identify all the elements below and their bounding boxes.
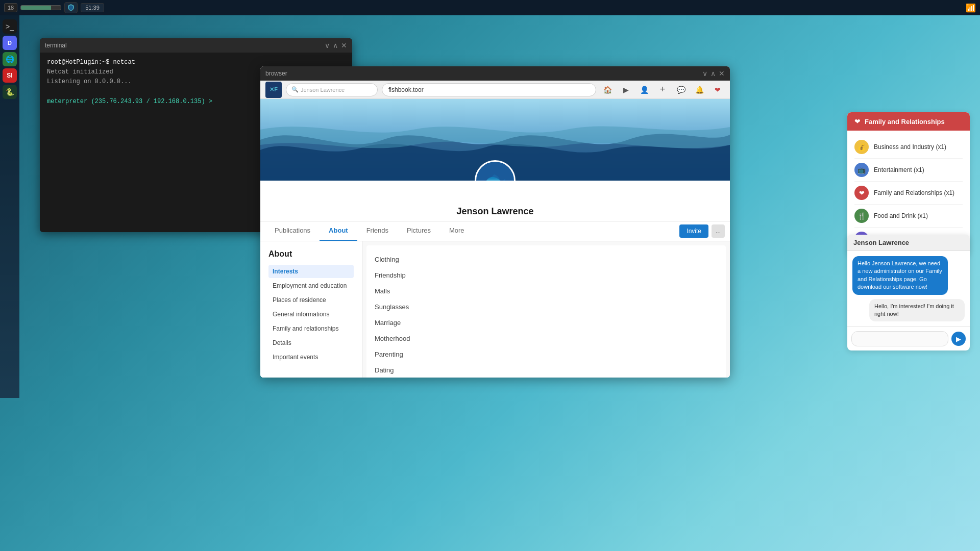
- nav-plus-icon[interactable]: +: [655, 83, 670, 97]
- taskbar-left: 18 51:39: [4, 2, 104, 13]
- terminal-title: terminal: [45, 42, 67, 49]
- right-panel: ❤ Family and Relationships 💰 Business an…: [847, 112, 970, 255]
- nav-chat-icon[interactable]: 💬: [674, 83, 688, 97]
- about-menu-events[interactable]: Important events: [268, 350, 354, 364]
- profile-name: Jenson Lawrence: [260, 206, 730, 217]
- about-menu-employment[interactable]: Employment and education: [268, 279, 354, 292]
- interest-dating[interactable]: Dating: [375, 364, 718, 376]
- chat-message-outgoing: Hello, I'm interested! I'm doing it righ…: [869, 299, 965, 322]
- panel-family-label: Family and Relationships (x1): [874, 189, 954, 196]
- profile-tab-actions: Invite ...: [679, 221, 725, 241]
- more-button[interactable]: ...: [712, 224, 725, 238]
- terminal-titlebar: terminal ∨ ∧ ✕: [40, 38, 352, 53]
- terminal-controls: ∨ ∧ ✕: [325, 42, 347, 49]
- interest-parenting[interactable]: Parenting: [375, 348, 718, 360]
- about-sidebar: About Interests Employment and education…: [260, 241, 362, 378]
- browser-url-bar[interactable]: fishbook.toor: [382, 83, 596, 96]
- right-panel-header: ❤ Family and Relationships: [847, 112, 970, 131]
- search-placeholder: Jenson Lawrence: [301, 87, 345, 93]
- nav-play-icon[interactable]: ▶: [619, 83, 633, 97]
- profile-section: Jenson Lawrence Publications About Frien…: [260, 181, 730, 241]
- tab-friends[interactable]: Friends: [357, 221, 398, 241]
- taskbar-badge: 18: [4, 3, 17, 12]
- chat-input[interactable]: [851, 331, 948, 346]
- nav-home-icon[interactable]: 🏠: [600, 83, 615, 97]
- interest-malls[interactable]: Malls: [375, 285, 718, 297]
- panel-business-icon: 💰: [854, 140, 869, 154]
- browser-controls: ∨ ∧ ✕: [702, 70, 725, 77]
- about-menu-places[interactable]: Places of residence: [268, 293, 354, 307]
- browser-window: browser ∨ ∧ ✕ ✕F 🔍 Jenson Lawrence fishb…: [260, 66, 730, 378]
- interest-friendship[interactable]: Friendship: [375, 269, 718, 281]
- shield-icon: [67, 4, 75, 12]
- about-content: Clothing Friendship Malls Sunglasses Mar…: [366, 245, 726, 378]
- browser-url-text: fishbook.toor: [388, 86, 424, 93]
- panel-family-icon: ❤: [854, 186, 869, 200]
- panel-food-icon: 🍴: [854, 209, 869, 223]
- interest-marriage[interactable]: Marriage: [375, 317, 718, 329]
- send-icon: ▶: [956, 335, 961, 343]
- tab-publications[interactable]: Publications: [265, 221, 320, 241]
- profile-tabs: Publications About Friends Pictures More…: [260, 221, 730, 241]
- browser-close-icon[interactable]: ✕: [719, 70, 725, 77]
- nav-user-icon[interactable]: 👤: [637, 83, 651, 97]
- browser-toolbar: ✕F 🔍 Jenson Lawrence fishbook.toor 🏠 ▶ 👤…: [260, 81, 730, 99]
- interest-sunglasses[interactable]: Sunglasses: [375, 301, 718, 313]
- about-content-items: Clothing Friendship Malls Sunglasses Mar…: [375, 254, 718, 378]
- terminal-restore-icon[interactable]: ∧: [333, 42, 338, 49]
- chat-message-incoming: Hello Jenson Lawrence, we need a new adm…: [852, 256, 948, 295]
- terminal-close-icon[interactable]: ✕: [341, 42, 347, 49]
- taskbar-time: 51:39: [81, 3, 104, 12]
- browser-nav-icons: 🏠 ▶ 👤 + 💬 🔔 ❤: [600, 83, 725, 97]
- progress-bar: [20, 5, 61, 10]
- panel-item-family: ❤ Family and Relationships (x1): [854, 182, 963, 205]
- browser-title: browser: [265, 70, 287, 77]
- about-menu-details[interactable]: Details: [268, 336, 354, 349]
- browser-restore-icon[interactable]: ∧: [710, 70, 716, 77]
- panel-header-title: Family and Relationships: [865, 118, 945, 126]
- browser-logo: ✕F: [265, 82, 282, 98]
- panel-heart-icon: ❤: [854, 117, 861, 126]
- chat-send-button[interactable]: ▶: [951, 332, 966, 346]
- about-menu-general[interactable]: General informations: [268, 308, 354, 321]
- panel-entertainment-label: Entertainment (x1): [874, 166, 924, 173]
- about-menu-interests[interactable]: Interests: [268, 265, 354, 278]
- sidebar-icon-snake[interactable]: 🐍: [3, 85, 17, 99]
- interest-clothing[interactable]: Clothing: [375, 254, 718, 265]
- panel-item-food: 🍴 Food and Drink (x1): [854, 205, 963, 228]
- chat-header: Jenson Lawrence: [847, 235, 970, 251]
- wifi-icon: 📶: [966, 3, 976, 13]
- sidebar-icon-discord[interactable]: D: [3, 36, 17, 50]
- profile-cover: 🐟: [260, 99, 730, 181]
- terminal-minimize-icon[interactable]: ∨: [325, 42, 330, 49]
- panel-business-label: Business and Industry (x1): [874, 143, 946, 151]
- browser-search-bar[interactable]: 🔍 Jenson Lawrence: [286, 83, 378, 96]
- about-menu-family[interactable]: Family and relationships: [268, 322, 354, 335]
- profile-avatar-image: 🐟: [484, 171, 507, 181]
- interest-motherhood[interactable]: Motherhood: [375, 333, 718, 344]
- tab-more[interactable]: More: [440, 221, 474, 241]
- search-icon: 🔍: [291, 86, 299, 93]
- taskbar-app-icon[interactable]: [64, 2, 78, 13]
- tab-pictures[interactable]: Pictures: [398, 221, 440, 241]
- browser-titlebar: browser ∨ ∧ ✕: [260, 66, 730, 81]
- chat-body: Hello Jenson Lawrence, we need a new adm…: [847, 251, 970, 327]
- chat-input-area: ▶: [847, 327, 970, 350]
- progress-bar-fill: [21, 6, 51, 10]
- sidebar-icon-slashdot[interactable]: Sl: [3, 68, 17, 83]
- taskbar: 18 51:39 📶: [0, 0, 980, 15]
- invite-button[interactable]: Invite: [679, 224, 708, 238]
- tab-about[interactable]: About: [320, 221, 357, 241]
- panel-entertainment-icon: 📺: [854, 163, 869, 177]
- about-title: About: [268, 249, 354, 259]
- nav-notif-icon[interactable]: 🔔: [692, 83, 706, 97]
- browser-minimize-icon[interactable]: ∨: [702, 70, 707, 77]
- sidebar: >_ D 🌐 Sl 🐍: [0, 15, 19, 398]
- chat-panel: Jenson Lawrence Hello Jenson Lawrence, w…: [847, 235, 970, 350]
- panel-item-business: 💰 Business and Industry (x1): [854, 136, 963, 159]
- about-section: About Interests Employment and education…: [260, 241, 730, 378]
- sidebar-icon-globe[interactable]: 🌐: [3, 52, 17, 66]
- sidebar-icon-terminal[interactable]: >_: [3, 19, 17, 34]
- browser-logo-text: ✕F: [270, 86, 278, 93]
- nav-heart-icon[interactable]: ❤: [710, 83, 725, 97]
